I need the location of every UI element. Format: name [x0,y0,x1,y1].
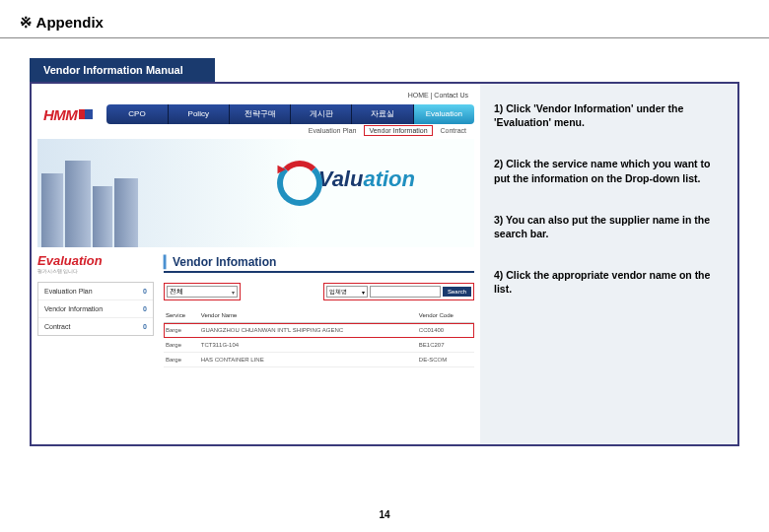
chevron-down-icon: ▾ [232,289,235,296]
buildings-graphic [37,159,156,247]
col-service: Service [164,308,199,323]
subnav-item[interactable]: Contract [441,127,466,134]
page-number: 14 [0,509,769,520]
nav-item[interactable]: 게시판 [291,104,352,124]
section-label: Vendor Information Manual [30,58,215,82]
chevron-icon: 0 [143,288,147,295]
search-type-select[interactable]: 업체명 ▾ [326,286,368,298]
sidebar-item[interactable]: Evaluation Plan0 [38,283,153,300]
sidebar-subtitle: 평가시스템 입니다 [37,268,154,274]
flag-icon [79,109,93,119]
chevron-icon: 0 [143,323,147,330]
main-content-frame: HOME | Contact Us HMM CPO Policy 전략구매 게시… [30,82,739,446]
table-row[interactable]: Barge HAS CONTAINER LINE DE-SCOM [164,353,474,367]
page-title: ※ Appendix [0,0,769,38]
sidebar-title: Evaluation [37,253,154,268]
nav-item-evaluation[interactable]: Evaluation [414,104,474,124]
hmm-logo: HMM [43,106,93,123]
instructions-panel: 1) Click 'Vendor Information' under the … [480,84,737,444]
search-button[interactable]: Search [443,287,471,297]
sidebar-item[interactable]: Vendor Information0 [38,300,153,318]
content-title: Vendor Infomation [164,255,474,273]
subnav-item[interactable]: Evaluation Plan [309,127,357,134]
top-links: HOME | Contact Us [37,90,474,100]
sidebar-panel: Evaluation 평가시스템 입니다 Evaluation Plan0 Ve… [37,253,154,367]
service-dropdown-highlight: 전체 ▾ [164,283,241,300]
sub-nav: Evaluation Plan Vendor Information Contr… [37,124,474,137]
hero-banner: ► Valuation [37,139,474,247]
vendor-table: Service Vendor Name Vendor Code Barge GU… [164,308,474,367]
arrow-icon: ► [275,161,289,176]
nav-item[interactable]: 전략구매 [230,104,291,124]
chevron-down-icon: ▾ [362,289,365,296]
nav-item[interactable]: Policy [169,104,230,124]
instruction-step-4: 4) Click the appropriate vendor name on … [494,268,724,296]
nav-item[interactable]: CPO [106,104,168,124]
instruction-step-3: 3) You can also put the supplier name in… [494,213,724,240]
evaluation-logo: ► Valuation [318,166,415,192]
subnav-item-active[interactable]: Vendor Information [364,125,432,136]
instruction-step-1: 1) Click 'Vendor Information' under the … [494,101,724,129]
sidebar-item[interactable]: Contract0 [38,318,153,335]
col-vendor: Vendor Name [199,308,417,323]
main-nav: CPO Policy 전략구매 게시판 자료실 Evaluation [106,104,474,124]
chevron-icon: 0 [143,305,147,312]
table-row[interactable]: Barge TCT311G-104 BE1C207 [164,338,474,353]
table-row[interactable]: Barge GUANGZHOU CHUANWAN INT'L SHIPPING … [164,323,474,338]
col-code: Vendor Code [417,308,474,323]
app-screenshot: HOME | Contact Us HMM CPO Policy 전략구매 게시… [32,84,480,444]
nav-item[interactable]: 자료실 [352,104,413,124]
instruction-step-2: 2) Click the service name which you want… [494,157,724,184]
service-dropdown[interactable]: 전체 ▾ [167,286,238,298]
content-panel: Vendor Infomation 전체 ▾ 업체명 ▾ [164,253,474,367]
search-input[interactable] [370,286,441,298]
search-highlight: 업체명 ▾ Search [323,283,474,300]
